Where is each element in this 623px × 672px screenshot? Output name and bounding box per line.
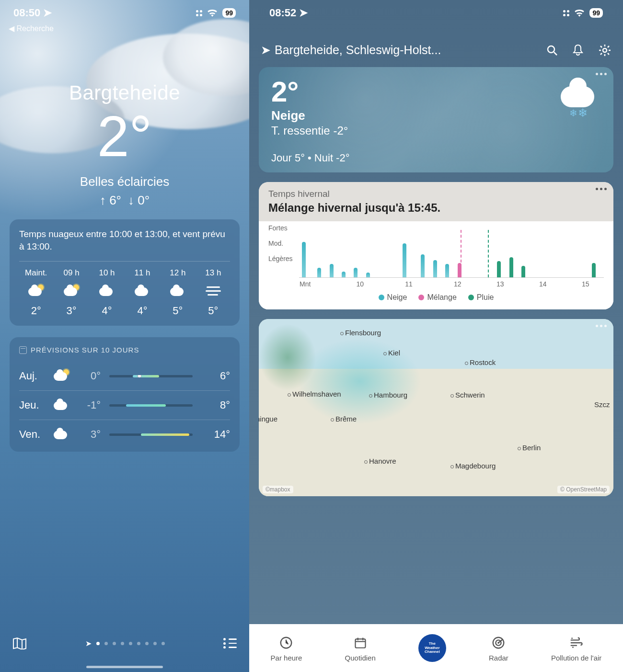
day-high: 8° — [201, 399, 230, 411]
winter-message: Mélange hivernal jusqu'à 15:45. — [268, 201, 604, 215]
precipitation-overlay — [259, 324, 316, 391]
chart-bar — [497, 261, 501, 277]
search-icon[interactable] — [546, 45, 558, 56]
map-city-label: Flensbourg — [340, 329, 381, 337]
x-tick-label: 13 — [496, 280, 504, 288]
page-dot[interactable] — [137, 642, 140, 645]
page-dot[interactable] — [113, 642, 116, 645]
hourly-item[interactable]: 11 h4° — [126, 268, 159, 317]
map-attribution: ©mapbox — [263, 486, 293, 493]
daily-row[interactable]: Jeu.-1°8° — [19, 390, 230, 420]
winter-weather-card[interactable]: Temps hivernal Mélange hivernal jusqu'à … — [259, 182, 613, 309]
scroll-area[interactable]: 2° Neige T. ressentie -2° Jour 5° • Nuit… — [259, 67, 613, 624]
day-label: Jeu. — [19, 399, 53, 411]
location-arrow-icon: ➤ — [43, 7, 52, 19]
high-temp: ↑ 6° — [100, 193, 121, 208]
chart-bar — [403, 243, 406, 277]
x-tick-label: Mnt — [300, 280, 311, 288]
card-menu-icon[interactable] — [596, 188, 607, 190]
low-temp: ↓ 0° — [128, 193, 150, 208]
bottom-toolbar: ➤ — [0, 629, 249, 658]
hourly-row[interactable]: Maint.2°09 h3°10 h4°11 h4°12 h5°13 h5° — [19, 261, 230, 317]
map-city-label: Rostock — [465, 358, 496, 366]
chart-bar — [354, 268, 358, 277]
temp-range-bar — [109, 404, 193, 407]
condition-text: Belles éclaircies — [0, 174, 249, 189]
temp-range-bar — [109, 375, 193, 377]
page-dot[interactable] — [145, 642, 149, 645]
back-label: Recherche — [16, 24, 53, 33]
precipitation-chart: FortesMod.Légères Mnt101112131415 NeigeM… — [259, 221, 613, 309]
hour-temp: 5° — [208, 305, 218, 317]
hour-temp: 5° — [173, 305, 183, 317]
tab-home[interactable]: TheWeatherChannel — [418, 634, 446, 662]
bell-icon[interactable] — [572, 44, 584, 57]
card-menu-icon[interactable] — [596, 73, 607, 75]
location-text: Bargteheide, Schleswig-Holst... — [275, 43, 441, 57]
page-indicator[interactable]: ➤ — [85, 639, 165, 648]
chart-bar — [302, 242, 306, 277]
day-night: Jour 5° • Nuit -2° — [271, 152, 601, 164]
map-icon[interactable] — [12, 637, 27, 649]
hourly-item[interactable]: 12 h5° — [161, 268, 195, 317]
map-city-label: Brême — [331, 415, 357, 423]
chart-bar — [445, 264, 449, 277]
tab-air-quality[interactable]: Pollution de l'air — [551, 635, 601, 662]
status-bar: 08:52 ➤ 99 — [249, 0, 623, 26]
calendar-icon — [19, 346, 27, 354]
page-dot[interactable] — [162, 642, 165, 645]
forecast-summary: Temps nuageux entre 10:00 et 13:00, et v… — [19, 228, 230, 252]
svg-point-2 — [603, 48, 607, 52]
day-low: 3° — [72, 428, 101, 441]
list-icon[interactable] — [223, 638, 237, 649]
hourly-item[interactable]: Maint.2° — [19, 268, 53, 317]
map-city-label: Szcz — [594, 400, 610, 409]
hourly-item[interactable]: 10 h4° — [90, 268, 124, 317]
page-dot[interactable] — [153, 642, 157, 645]
daily-row[interactable]: Ven.3°14° — [19, 420, 230, 449]
page-dot[interactable] — [96, 642, 100, 645]
day-low: -1° — [72, 399, 101, 411]
day-high: 14° — [201, 428, 230, 441]
day-weather-icon — [53, 369, 72, 383]
current-conditions-card[interactable]: 2° Neige T. ressentie -2° Jour 5° • Nuit… — [259, 67, 613, 172]
hourly-item[interactable]: 09 h3° — [55, 268, 88, 317]
map-city-label: ningue — [259, 415, 277, 423]
x-tick-label: 12 — [454, 280, 461, 288]
hour-temp: 3° — [67, 305, 77, 317]
chart-bar — [317, 268, 321, 277]
tab-daily[interactable]: Quotidien — [345, 635, 376, 662]
map-city-label: Schwerin — [450, 391, 485, 399]
tab-label: Par heure — [271, 654, 302, 662]
winter-header: Temps hivernal Mélange hivernal jusqu'à … — [259, 182, 613, 221]
gear-icon[interactable] — [598, 44, 611, 57]
time-text: 08:50 — [13, 7, 40, 19]
legend-item: Neige — [379, 293, 407, 302]
chart-bar — [330, 264, 334, 277]
page-dot[interactable] — [129, 642, 132, 645]
ten-day-card[interactable]: PRÉVISIONS SUR 10 JOURS Auj.0°6°Jeu.-1°8… — [10, 337, 240, 452]
home-indicator[interactable] — [86, 666, 163, 668]
page-dot[interactable] — [121, 642, 124, 645]
hourly-item[interactable]: 13 h5° — [196, 268, 230, 317]
time-text: 08:52 — [269, 7, 296, 19]
tab-hourly[interactable]: Par heure — [271, 635, 302, 662]
day-weather-icon — [53, 399, 72, 412]
map-city-label: Berlin — [518, 444, 541, 452]
chart-ref-line — [461, 230, 461, 277]
ten-day-title: PRÉVISIONS SUR 10 JOURS — [19, 346, 230, 354]
wind-icon — [568, 635, 585, 651]
tab-radar[interactable]: Radar — [489, 635, 508, 662]
back-to-search[interactable]: ◀ Recherche — [9, 24, 54, 33]
day-low: 0° — [72, 370, 101, 382]
weather-channel-logo: TheWeatherChannel — [418, 634, 446, 662]
page-dot[interactable] — [104, 642, 108, 645]
location-button[interactable]: ➤ Bargteheide, Schleswig-Holst... — [261, 43, 546, 57]
day-weather-icon — [53, 428, 72, 441]
card-menu-icon[interactable] — [596, 325, 607, 327]
hero-temperature: 2° — [271, 78, 601, 106]
hourly-forecast-card[interactable]: Temps nuageux entre 10:00 et 13:00, et v… — [10, 219, 240, 326]
radar-map-card[interactable]: FlensbourgKielRostockWilhelmshavenHambou… — [259, 319, 613, 496]
daily-row[interactable]: Auj.0°6° — [19, 362, 230, 390]
status-icons: 99 — [196, 8, 236, 18]
